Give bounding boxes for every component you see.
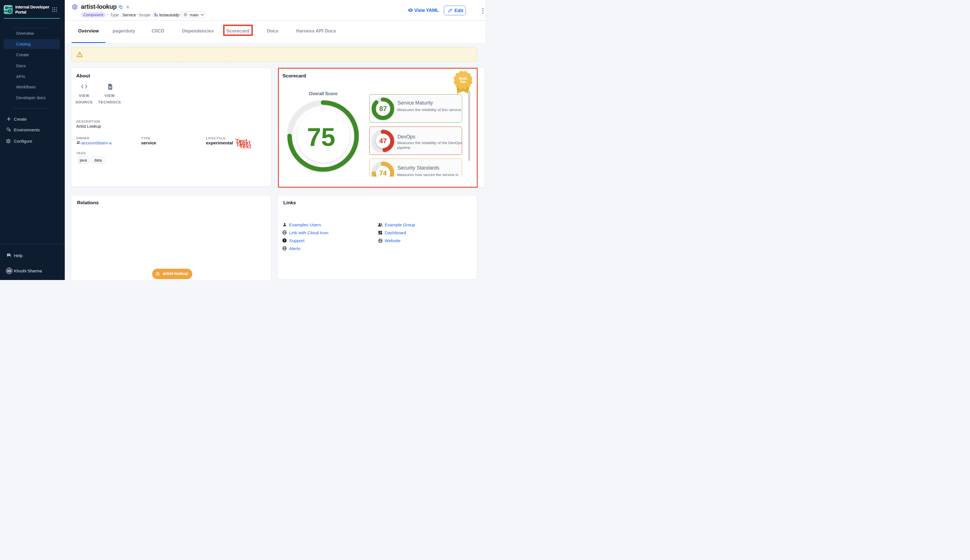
svg-text:?: ? (284, 239, 286, 242)
svg-text:?: ? (8, 253, 10, 256)
svg-text:Tier: Tier (460, 80, 467, 84)
